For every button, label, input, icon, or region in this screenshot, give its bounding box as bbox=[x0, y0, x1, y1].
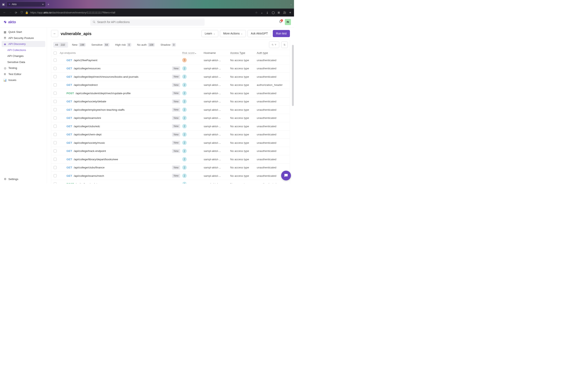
endpoint-path: /api/college/update-user bbox=[76, 183, 105, 184]
row-checkbox[interactable] bbox=[54, 117, 57, 119]
chat-support-button[interactable] bbox=[281, 171, 291, 180]
row-checkbox[interactable] bbox=[54, 75, 57, 78]
row-checkbox[interactable] bbox=[54, 100, 57, 103]
row-checkbox[interactable] bbox=[54, 133, 57, 136]
download-icon[interactable]: ⭳ bbox=[266, 11, 269, 14]
hostname-cell: sampl-aktol-... bbox=[204, 174, 230, 177]
sidebar-item-api-discovery[interactable]: ◈ API Discovery bbox=[2, 41, 45, 47]
table-row[interactable]: GET /api/college/clubs/finance New 2 sam… bbox=[51, 164, 290, 172]
table-row[interactable]: GET /api/college/dept/mech/resources/boo… bbox=[51, 73, 290, 81]
back-button[interactable]: ← bbox=[51, 30, 58, 37]
logo-icon bbox=[3, 20, 7, 24]
pocket-icon[interactable]: ⌄ bbox=[261, 11, 263, 14]
sidebar-item-settings[interactable]: ⚙ Settings bbox=[2, 176, 45, 182]
window-dropdown-icon[interactable]: ⌄ bbox=[290, 3, 292, 6]
sidebar-toggle-icon[interactable]: ▣ bbox=[2, 3, 5, 6]
filter-tab-noauth[interactable]: No auth 108 bbox=[135, 42, 156, 48]
table-row[interactable]: GET /api/college/exams/mech New 2 sampl-… bbox=[51, 172, 290, 180]
row-checkbox[interactable] bbox=[54, 67, 57, 70]
browser-tab[interactable]: Akto ✕ bbox=[7, 2, 45, 7]
row-checkbox[interactable] bbox=[54, 83, 57, 86]
row-checkbox[interactable] bbox=[54, 150, 57, 152]
table-row[interactable]: GET /api/college/library/depart/books/ee… bbox=[51, 155, 290, 164]
browser-url-bar: ← → ⟳ ⛉ 🔒 https://app.akto.io/dashboard/… bbox=[0, 8, 294, 17]
filter-tab-all[interactable]: All 210 bbox=[53, 42, 68, 48]
menu-icon[interactable]: ≡ bbox=[289, 11, 291, 14]
table-row[interactable]: GET /api/college/society/music New 2 sam… bbox=[51, 139, 290, 147]
header-endpoints[interactable]: Api endpoints bbox=[60, 51, 182, 55]
api-table: Api endpoints Risk score▴ Hostname Acces… bbox=[51, 50, 290, 184]
nav-back-icon[interactable]: ← bbox=[3, 11, 6, 14]
sidebar-item-issues[interactable]: 📊 Issues bbox=[2, 77, 45, 83]
table-row[interactable]: POST /api/college/update-user 2 sampl-ak… bbox=[51, 180, 290, 184]
table-row[interactable]: GET /api/college/clubs/edc New 2 sampl-a… bbox=[51, 122, 290, 131]
notification-bell-icon[interactable]: 1 bbox=[279, 20, 282, 24]
row-checkbox[interactable] bbox=[54, 158, 57, 161]
sidebar-item-api-changes[interactable]: API Changes bbox=[2, 53, 45, 59]
row-checkbox[interactable] bbox=[54, 125, 57, 128]
scrollbar[interactable] bbox=[292, 45, 294, 106]
filter-tab-highrisk[interactable]: High risk 0 bbox=[113, 42, 133, 48]
table-row[interactable]: GET /api/college/exams/eni New 2 sampl-a… bbox=[51, 114, 290, 122]
url-input[interactable]: ⛉ 🔒 https://app.akto.io/dashboard/observ… bbox=[20, 11, 258, 14]
user-avatar[interactable]: IN bbox=[285, 19, 291, 25]
table-row[interactable]: POST /api/college/student/dept/mech/upda… bbox=[51, 89, 290, 98]
row-checkbox[interactable] bbox=[54, 141, 57, 144]
row-checkbox[interactable] bbox=[54, 166, 57, 169]
filter-tab-sensitive[interactable]: Sensitive 64 bbox=[90, 42, 111, 48]
access-cell: No access type bbox=[230, 117, 257, 120]
more-actions-button[interactable]: More Actions⌄ bbox=[220, 30, 246, 37]
sidebar-item-quickstart[interactable]: ▦ Quick Start bbox=[2, 29, 45, 35]
grid-icon: ▦ bbox=[3, 30, 7, 33]
bookmark-star-icon[interactable]: ☆ bbox=[255, 11, 258, 14]
filter-tab-shadow[interactable]: Shadow 0 bbox=[159, 42, 178, 48]
ask-aktogpt-button[interactable]: Ask AktoGPT bbox=[248, 30, 271, 37]
table-row[interactable]: GET /api/college/track-endpoint New 2 sa… bbox=[51, 147, 290, 155]
auth-cell: unauthenticated bbox=[257, 92, 287, 95]
row-checkbox[interactable] bbox=[54, 174, 57, 177]
endpoint-path: /api/college/redirect bbox=[74, 83, 98, 87]
table-row[interactable]: GET /api/college/employee/non-teaching-s… bbox=[51, 106, 290, 114]
table-row[interactable]: GET /api/college/redirect New 2 sampl-ak… bbox=[51, 81, 290, 89]
select-all-checkbox[interactable] bbox=[54, 51, 57, 54]
table-row[interactable]: GET /api/college/chem-dept New 2 sampl-a… bbox=[51, 131, 290, 139]
new-badge: New bbox=[172, 83, 180, 87]
lock-icon[interactable]: 🔒 bbox=[25, 11, 28, 14]
sidebar-item-security-posture[interactable]: ⛨ API Security Posture bbox=[2, 35, 45, 41]
sidebar-item-api-collections[interactable]: API Collections bbox=[2, 47, 45, 53]
table-sort-button[interactable] bbox=[281, 42, 288, 48]
nav-reload-icon[interactable]: ⟳ bbox=[15, 11, 17, 14]
new-tab-button[interactable]: + bbox=[47, 3, 50, 6]
row-checkbox[interactable] bbox=[54, 59, 57, 62]
sidebar-item-test-editor[interactable]: 🗎 Test Editor bbox=[2, 71, 45, 77]
header-access[interactable]: Access Type bbox=[230, 51, 257, 55]
endpoint-path: /api/college/exams/eni bbox=[74, 117, 101, 120]
account-icon[interactable]: ◯ bbox=[272, 11, 275, 14]
header-hostname[interactable]: Hostname bbox=[204, 51, 230, 55]
shield-icon[interactable]: ⛉ bbox=[20, 11, 23, 14]
row-checkbox[interactable] bbox=[54, 183, 57, 184]
row-checkbox[interactable] bbox=[54, 108, 57, 111]
meeting-icon[interactable]: 🎥 bbox=[283, 11, 286, 14]
table-row[interactable]: GET /api/college/resources New 2 sampl-a… bbox=[51, 64, 290, 73]
search-box[interactable] bbox=[90, 18, 205, 26]
run-test-button[interactable]: Run test bbox=[273, 30, 290, 37]
row-checkbox[interactable] bbox=[54, 92, 57, 95]
tab-close-icon[interactable]: ✕ bbox=[42, 3, 44, 6]
risk-badge: 2 bbox=[182, 99, 187, 104]
learn-button[interactable]: Learn⌄ bbox=[201, 30, 218, 37]
filter-tab-new[interactable]: New 198 bbox=[70, 42, 87, 48]
search-input[interactable] bbox=[97, 20, 202, 24]
search-icon bbox=[93, 21, 95, 24]
table-row[interactable]: GET /api/v2/feePayment 3 sampl-aktol-...… bbox=[51, 56, 290, 64]
header-auth[interactable]: Auth type bbox=[257, 51, 287, 55]
extensions-icon[interactable]: ⊞ bbox=[278, 11, 280, 14]
header-risk[interactable]: Risk score▴ bbox=[182, 51, 204, 55]
sidebar-item-sensitive-data[interactable]: Sensitive Data bbox=[2, 59, 45, 65]
table-search-filter-button[interactable] bbox=[269, 42, 279, 48]
sidebar-item-testing[interactable]: ◎ Testing bbox=[2, 65, 45, 71]
table-row[interactable]: GET /api/college/society/debate New 2 sa… bbox=[51, 98, 290, 106]
nav-forward-icon[interactable]: → bbox=[9, 11, 12, 14]
logo[interactable]: akto bbox=[3, 20, 16, 24]
access-cell: No access type bbox=[230, 158, 257, 161]
